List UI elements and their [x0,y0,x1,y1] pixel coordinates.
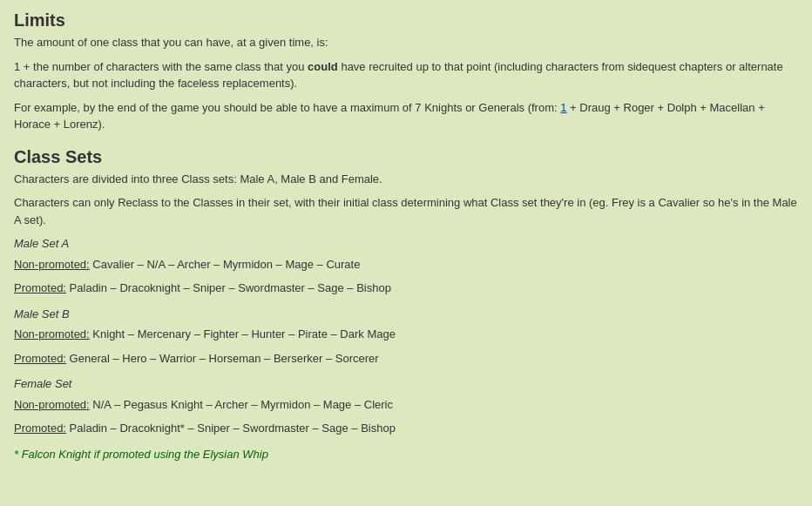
male-set-a-block: Male Set A Non-promoted: Cavalier – N/A … [14,235,798,297]
female-set-label: Female Set [14,375,798,393]
promoted-label-b: Promoted: [14,352,66,365]
nonpromoted-label-b: Non-promoted: [14,327,90,341]
limits-section: Limits The amount of one class that you … [14,10,798,133]
male-set-a-nonpromoted: Non-promoted: Cavalier – N/A – Archer – … [14,256,798,273]
female-set-block: Female Set Non-promoted: N/A – Pegasus K… [14,375,798,437]
female-set-promoted: Promoted: Paladin – Dracoknight* – Snipe… [14,420,798,437]
class-sets-section: Class Sets Characters are divided into t… [14,147,798,463]
limits-intro: The amount of one class that you can hav… [14,34,798,51]
female-set-nonpromoted: Non-promoted: N/A – Pegasus Knight – Arc… [14,396,798,414]
limits-example: For example, by the end of the game you … [14,99,798,133]
limits-heading: Limits [14,10,798,30]
male-set-a-label: Male Set A [14,235,798,253]
footnote: * Falcon Knight if promoted using the El… [14,446,798,463]
limits-rule: 1 + the number of characters with the sa… [14,58,798,92]
class-sets-intro: Characters are divided into three Class … [14,171,798,188]
male-set-b-nonpromoted: Non-promoted: Knight – Mercenary – Fight… [14,326,798,343]
male-set-b-block: Male Set B Non-promoted: Knight – Mercen… [14,306,798,368]
nonpromoted-label-c: Non-promoted: [14,398,90,411]
limits-example-link[interactable]: 1 [560,101,566,114]
limits-example-pre: For example, by the end of the game you … [14,101,558,114]
class-sets-reclass-rule: Characters can only Reclass to the Class… [14,194,798,228]
promoted-label-a: Promoted: [14,281,66,294]
male-set-b-promoted: Promoted: General – Hero – Warrior – Hor… [14,350,798,368]
limits-rule-text: 1 + the number of characters with the sa… [14,60,304,73]
nonpromoted-label-a: Non-promoted: [14,258,90,271]
class-sets-heading: Class Sets [14,147,798,167]
male-set-a-promoted: Promoted: Paladin – Dracoknight – Sniper… [14,280,798,297]
male-set-b-label: Male Set B [14,306,798,323]
limits-rule-bold: could [308,60,338,73]
promoted-label-c: Promoted: [14,422,66,435]
